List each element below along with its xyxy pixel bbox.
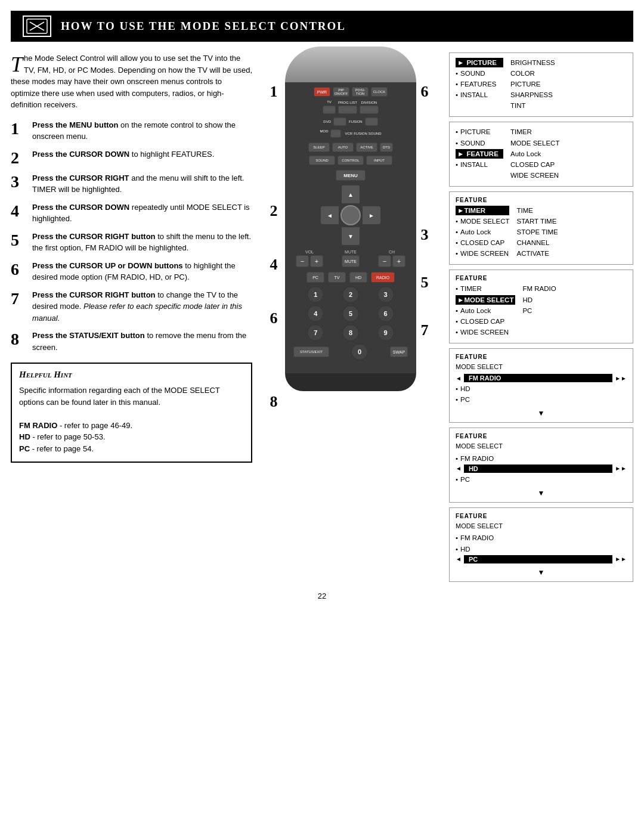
menu-item-timer-hl: ► TIMER <box>456 206 509 215</box>
menu-item-install-2: • INSTALL <box>456 160 503 169</box>
menu-button[interactable]: MENU <box>336 170 366 181</box>
num-8-button[interactable]: 8 <box>342 324 359 341</box>
prog-list-button[interactable] <box>338 106 357 114</box>
num-0-button[interactable]: 0 <box>351 343 368 360</box>
ch-down-button[interactable]: − <box>378 255 391 267</box>
sound-ctrl-button[interactable]: SOUND <box>309 156 335 165</box>
menu-item-pc-6: • PC <box>456 475 627 484</box>
menu-item-mode-select-2: MODE SELECT <box>510 138 559 148</box>
auto-button[interactable]: AUTO <box>332 143 354 152</box>
mute-button[interactable]: MUTE <box>342 255 360 267</box>
cursor-right-button[interactable]: ► <box>363 206 380 224</box>
num-4-button[interactable]: 4 <box>307 305 324 322</box>
menu-box-4: FEATURE • TIMER ► MODE SELECT • Auto Loc… <box>449 270 633 343</box>
cursor-left-button[interactable]: ◄ <box>321 206 339 224</box>
menu-box-2: • PICTURE • SOUND ► FEATURE • INSTALL TI… <box>449 122 633 186</box>
menu-item-wide-screen-3: • WIDE SCREEN <box>456 249 509 258</box>
menu-item-sound-1: • SOUND <box>456 69 503 78</box>
pc-mode-button[interactable]: PC <box>306 272 324 283</box>
division-button[interactable] <box>360 106 379 114</box>
ch-up-button[interactable]: + <box>392 255 405 267</box>
step-text-6: Press the CURSOR UP or DOWN buttons to h… <box>32 260 252 283</box>
menu-item-fm-radio-4: FM RADIO <box>522 284 556 293</box>
menu-item-timer-2: TIMER <box>510 127 559 137</box>
remote-step-4: 4 <box>264 255 283 274</box>
tv-button[interactable] <box>323 106 336 114</box>
step-7: 7 Press the CURSOR RIGHT button to chang… <box>11 289 252 324</box>
step-num-5: 5 <box>11 232 27 249</box>
page-title: How to Use the Mode Select Control <box>61 20 346 33</box>
menu-item-fm-radio-7: • FM RADIO <box>456 533 627 543</box>
num-5-button[interactable]: 5 <box>342 305 359 322</box>
fm-radio-arrow-right: ►► <box>615 375 627 382</box>
num-7-button[interactable]: 7 <box>307 324 324 341</box>
menu-label-6: FEATURE <box>456 433 627 439</box>
num-2-button[interactable]: 2 <box>342 286 359 303</box>
menu-box-7: FEATURE MODE SELECT • FM RADIO • HD ◄ PC… <box>449 507 633 582</box>
cursor-up-button[interactable]: ▲ <box>342 185 360 203</box>
menu-item-mode-select-3: • MODE SELECT <box>456 216 509 226</box>
step-num-7: 7 <box>11 290 27 307</box>
menu-item-hd-hl: HD <box>464 465 612 473</box>
menu-box-6: FEATURE MODE SELECT • FM RADIO ◄ HD ►► •… <box>449 428 633 503</box>
menu-item-wide-screen-2: WIDE SCREEN <box>510 171 559 180</box>
pip-button[interactable]: PIPON/OFF <box>333 87 349 97</box>
remote-step-6: 6 <box>415 82 434 101</box>
sleep-button[interactable]: SLEEP <box>308 143 330 152</box>
step-num-8: 8 <box>11 331 27 348</box>
menu-item-closed-cap-3: • CLOSED CAP <box>456 238 509 247</box>
control-button[interactable]: CONTROL <box>338 156 364 165</box>
menu-item-closed-cap-2: CLOSED CAP <box>510 160 559 169</box>
mode-select-label-5: MODE SELECT <box>456 363 627 371</box>
mod-button[interactable] <box>330 129 341 138</box>
num-3-button[interactable]: 3 <box>377 286 394 303</box>
step-text-2: Press the CURSOR DOWN to highlight FEATU… <box>32 148 252 160</box>
menu-item-activate: ACTIVATE <box>516 249 558 258</box>
sound-button[interactable] <box>365 117 378 126</box>
input-button[interactable]: INPUT <box>366 156 392 165</box>
vol-down-button[interactable]: − <box>296 255 309 267</box>
menu-item-pc-5: • PC <box>456 395 627 404</box>
hint-body: Specific information regarding each of t… <box>19 385 244 454</box>
cursor-center <box>340 205 361 225</box>
position-button[interactable]: POSI-TION <box>352 87 369 97</box>
dts-button[interactable]: DTS <box>380 143 393 152</box>
step-num-6: 6 <box>11 261 27 278</box>
steps-list: 1 Press the MENU button on the remote co… <box>11 119 252 354</box>
remote-body: PWR PIPON/OFF POSI-TION CLOCK TV <box>285 47 416 391</box>
power-button[interactable]: PWR <box>314 87 330 97</box>
menu-label-3: FEATURE <box>456 197 627 203</box>
active-button[interactable]: ACTIVE <box>356 143 377 152</box>
cursor-down-button[interactable]: ▼ <box>342 227 360 245</box>
center-column: 1 6 2 4 6 3 5 7 8 <box>258 52 443 582</box>
pc-arrow-right: ►► <box>615 556 627 562</box>
tv-mode-button[interactable]: TV <box>328 272 346 283</box>
status-exit-button[interactable]: STATUS/EXIT <box>293 346 329 357</box>
menu-item-auto-lock-3: • Auto Lock <box>456 227 509 237</box>
num-1-button[interactable]: 1 <box>307 286 324 303</box>
swap-button[interactable]: SWAP <box>390 346 408 357</box>
step-text-4: Press the CURSOR DOWN repeatedly until M… <box>32 202 252 225</box>
hd-mode-button[interactable]: HD <box>349 272 367 283</box>
remote-step-6b: 6 <box>264 309 283 328</box>
remote-illustration: 1 6 2 4 6 3 5 7 8 <box>264 47 437 500</box>
left-column: The Mode Select Control will allow you t… <box>11 52 258 582</box>
clock-button[interactable]: CLOCK <box>371 87 388 97</box>
num-6-button[interactable]: 6 <box>377 305 394 322</box>
num-9-button[interactable]: 9 <box>377 324 394 341</box>
intro-paragraph: The Mode Select Control will allow you t… <box>11 52 252 111</box>
menu-label-5: FEATURE <box>456 354 627 360</box>
mode-select-label-6: MODE SELECT <box>456 442 627 451</box>
menu-item-wide-screen-4: • WIDE SCREEN <box>456 327 515 337</box>
step-1: 1 Press the MENU button on the remote co… <box>11 119 252 143</box>
remote-step-1: 1 <box>264 82 283 101</box>
step-text-8: Press the STATUS/EXIT button to remove t… <box>32 330 252 353</box>
menu-box-5: FEATURE MODE SELECT ◄ FM RADIO ►► • HD •… <box>449 348 633 423</box>
dvd-button[interactable] <box>333 117 346 126</box>
remote-step-2: 2 <box>264 202 283 221</box>
vol-up-button[interactable]: + <box>310 255 323 267</box>
pc-arrow-left: ◄ <box>456 556 462 562</box>
menu-item-channel: CHANNEL <box>516 238 558 247</box>
radio-button[interactable]: RADIO <box>371 272 395 283</box>
menu-item-brightness: BRIGHTNESS <box>510 58 555 67</box>
